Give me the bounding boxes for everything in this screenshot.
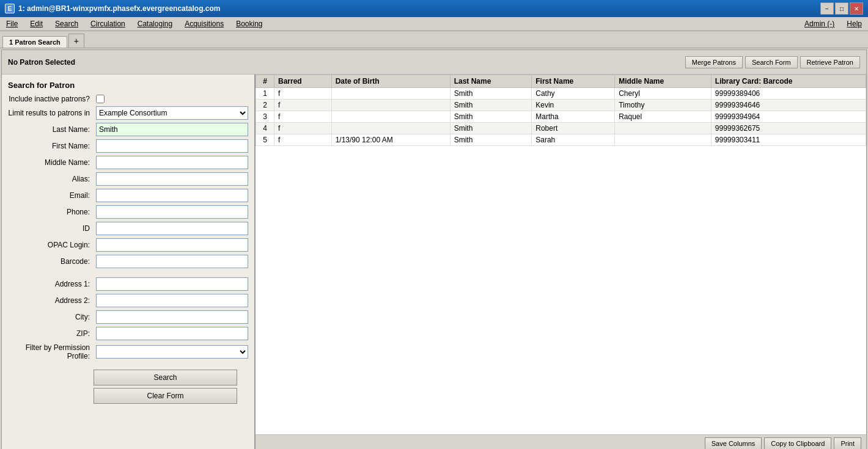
table-header-row: # Barred Date of Birth Last Name First N… — [256, 75, 866, 88]
menu-acquisitions[interactable]: Acquisitions — [181, 18, 227, 29]
main-window: No Patron Selected Merge Patrons Search … — [1, 49, 867, 449]
tab-add-button[interactable]: + — [68, 34, 84, 48]
minimize-button[interactable]: − — [820, 2, 834, 15]
retrieve-patron-button[interactable]: Retrieve Patron — [800, 56, 860, 68]
cell-num: 3 — [256, 111, 274, 123]
content-area: Search for Patron Include inactive patro… — [2, 75, 866, 449]
alias-row: Alias: — [8, 172, 248, 186]
cell-barred: f — [274, 100, 332, 111]
menu-booking[interactable]: Booking — [232, 18, 266, 29]
clear-form-button[interactable]: Clear Form — [94, 388, 237, 404]
search-button[interactable]: Search — [94, 370, 237, 385]
table-row[interactable]: 3 f Smith Martha Raquel 99999394964 — [256, 111, 866, 123]
cell-firstname: Kevin — [532, 100, 615, 111]
address2-label: Address 2: — [8, 296, 94, 305]
middle-name-label: Middle Name: — [8, 158, 94, 167]
admin-label[interactable]: Admin (-) — [801, 18, 838, 29]
include-inactive-row: Include inactive patrons? — [8, 95, 248, 103]
cell-middlename — [615, 134, 712, 146]
cell-barred: f — [274, 88, 332, 100]
opac-login-input[interactable] — [96, 238, 248, 252]
tab-label: 1 Patron Search — [9, 38, 61, 46]
alias-input[interactable] — [96, 172, 248, 186]
cell-lastname: Smith — [450, 123, 532, 134]
filter-label: Filter by Permission Profile: — [8, 343, 94, 360]
middle-name-input[interactable] — [96, 156, 248, 169]
cell-barcode: 99999362675 — [711, 123, 866, 134]
cell-lastname: Smith — [450, 111, 532, 123]
cell-lastname: Smith — [450, 88, 532, 100]
phone-label: Phone: — [8, 208, 94, 216]
search-panel: Search for Patron Include inactive patro… — [2, 75, 256, 449]
close-button[interactable]: ✕ — [850, 2, 863, 15]
col-header-barred[interactable]: Barred — [274, 75, 332, 88]
limit-results-label: Limit results to patrons in — [8, 109, 94, 117]
table-row[interactable]: 5 f 1/13/90 12:00 AM Smith Sarah 9999930… — [256, 134, 866, 146]
results-footer: Save Columns Copy to Clipboard Print — [256, 434, 866, 449]
no-patron-label: No Patron Selected — [8, 58, 75, 67]
copy-to-clipboard-button[interactable]: Copy to Clipboard — [764, 437, 831, 449]
email-label: Email: — [8, 191, 94, 200]
cell-barcode: 99999394646 — [711, 100, 866, 111]
cell-num: 2 — [256, 100, 274, 111]
cell-firstname: Cathy — [532, 88, 615, 100]
address2-input[interactable] — [96, 294, 248, 307]
include-inactive-label: Include inactive patrons? — [8, 95, 94, 103]
table-row[interactable]: 2 f Smith Kevin Timothy 99999394646 — [256, 100, 866, 111]
title-bar: E 1: admin@BR1-winxpvmfx.phasefx.evergre… — [0, 0, 868, 17]
search-form-button[interactable]: Search Form — [745, 56, 798, 68]
city-row: City: — [8, 310, 248, 324]
id-input[interactable] — [96, 222, 248, 235]
col-header-firstname[interactable]: First Name — [532, 75, 615, 88]
city-label: City: — [8, 313, 94, 321]
menu-search[interactable]: Search — [51, 18, 82, 29]
menu-cataloging[interactable]: Cataloging — [134, 18, 176, 29]
city-input[interactable] — [96, 310, 248, 324]
merge-patrons-button[interactable]: Merge Patrons — [685, 56, 743, 68]
limit-results-select[interactable]: Example Consortium Branch 1 Branch 2 — [96, 106, 248, 120]
col-header-dob[interactable]: Date of Birth — [331, 75, 450, 88]
cell-dob — [331, 111, 450, 123]
tab-patron-search[interactable]: 1 Patron Search — [2, 36, 67, 48]
cell-num: 1 — [256, 88, 274, 100]
address1-input[interactable] — [96, 277, 248, 291]
zip-input[interactable] — [96, 327, 248, 340]
cell-num: 4 — [256, 123, 274, 134]
form-buttons: Search Clear Form — [8, 370, 248, 404]
header-bar: No Patron Selected Merge Patrons Search … — [2, 50, 866, 75]
menu-circulation[interactable]: Circulation — [87, 18, 129, 29]
address1-label: Address 1: — [8, 280, 94, 288]
cell-middlename: Cheryl — [615, 88, 712, 100]
barcode-input[interactable] — [96, 255, 248, 268]
include-inactive-checkbox[interactable] — [96, 95, 105, 103]
header-buttons: Merge Patrons Search Form Retrieve Patro… — [685, 56, 860, 68]
table-row[interactable]: 4 f Smith Robert 99999362675 — [256, 123, 866, 134]
first-name-input[interactable] — [96, 139, 248, 153]
col-header-num[interactable]: # — [256, 75, 274, 88]
cell-dob: 1/13/90 12:00 AM — [331, 134, 450, 146]
print-button[interactable]: Print — [834, 437, 861, 449]
tab-bar: 1 Patron Search + — [0, 31, 868, 48]
menu-file[interactable]: File — [2, 18, 21, 29]
cell-dob — [331, 100, 450, 111]
last-name-label: Last Name: — [8, 125, 94, 134]
search-for-patron-title: Search for Patron — [8, 81, 248, 90]
table-row[interactable]: 1 f Smith Cathy Cheryl 99999389406 — [256, 88, 866, 100]
menu-edit[interactable]: Edit — [26, 18, 46, 29]
cell-middlename: Raquel — [615, 111, 712, 123]
phone-input[interactable] — [96, 205, 248, 219]
email-row: Email: — [8, 189, 248, 202]
col-header-middlename[interactable]: Middle Name — [615, 75, 712, 88]
cell-barred: f — [274, 123, 332, 134]
menu-bar: File Edit Search Circulation Cataloging … — [0, 17, 868, 31]
filter-select[interactable] — [96, 345, 248, 359]
email-input[interactable] — [96, 189, 248, 202]
last-name-input[interactable] — [96, 123, 248, 136]
col-header-barcode[interactable]: Library Card: Barcode — [711, 75, 866, 88]
window-controls: − □ ✕ — [820, 2, 863, 15]
help-label[interactable]: Help — [843, 18, 866, 29]
save-columns-button[interactable]: Save Columns — [705, 437, 762, 449]
col-header-lastname[interactable]: Last Name — [450, 75, 532, 88]
middle-name-row: Middle Name: — [8, 156, 248, 169]
maximize-button[interactable]: □ — [835, 2, 848, 15]
